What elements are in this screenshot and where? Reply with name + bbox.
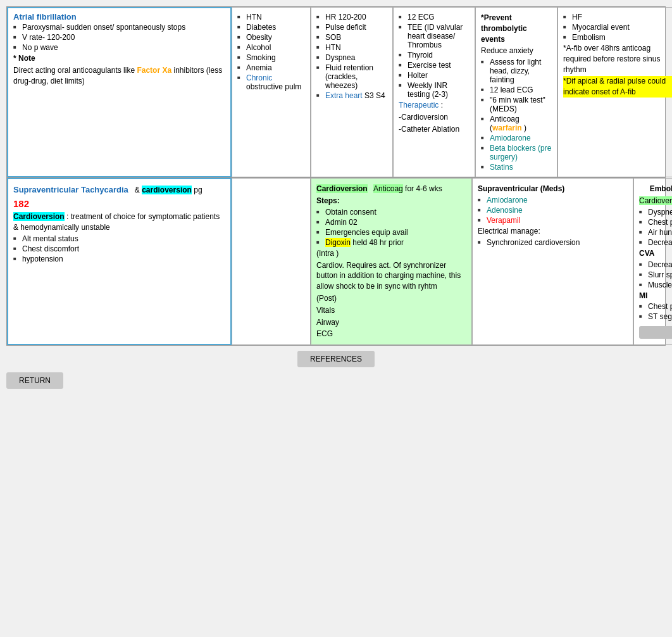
anticoag-label: Anticoag (373, 184, 403, 193)
ecg-text: ECG (316, 329, 466, 339)
beta-blockers-text: Beta blockers (pre surgery) (490, 144, 551, 161)
svt-cardio-text: Cardioversion : treatment of choice for … (13, 211, 225, 233)
svt-adenosine: Adenosine (478, 206, 628, 215)
emb-dyspnea: Dyspnea (639, 208, 672, 217)
references-bar[interactable]: REFERENCES (297, 351, 375, 367)
symptoms-list: HR 120-200 Pulse deficit SOB HTN Dyspnea… (316, 13, 387, 100)
svt-title: Supraventricular Tachycardia (13, 185, 128, 194)
svt-amio: Amiodarone (478, 196, 628, 205)
cardiov-text: Cardiov. Requires act. Of synchronizer b… (316, 260, 466, 292)
mgmt-assess: Assess for light head, dizzy, fainting (481, 58, 552, 84)
svt-alt: Alt mental status (13, 234, 225, 243)
cva-slurr: Slurr speech (639, 270, 672, 279)
svt-verapamil: Verapamil (478, 216, 628, 225)
svt-meds-title: Supraventricular (Meds) (478, 184, 628, 194)
steps-list: Obtain consent Admin 02 Emergencies equi… (316, 208, 466, 247)
amiodarone-text-1: Amiodarone (490, 134, 531, 142)
mgmt-amio: Amiodarone (481, 134, 552, 142)
intra-text: (Intra ) (316, 248, 466, 259)
return-label: RETURN (19, 376, 51, 385)
mi-list: Chest pain ST segment depression/ (639, 302, 672, 321)
statins-text: Statins (490, 163, 513, 172)
cardioversion-highlight: cardioversion (142, 186, 192, 194)
cardioversion-label-bottom: Cardioversion (13, 212, 65, 221)
cardioversion-title: Cardioversion (316, 184, 368, 193)
embolism-header: Embolism (639, 184, 672, 194)
digoxin-highlight: Digoxin (325, 238, 351, 247)
risk-factors-cell: HTN Diabetes Obesity Alcohol Smoking Ane… (232, 7, 311, 177)
diag-thyroid: Thyroid (399, 51, 470, 60)
risk-alcohol: Alcohol (237, 43, 305, 52)
sym-hr: HR 120-200 (316, 13, 387, 22)
cardio-header: Cardioversion Anticoag for 4-6 wks (316, 184, 466, 194)
mgmt-walk: "6 min walk test" (MEDS) (481, 96, 552, 113)
afib-list: Paroxysmal- sudden onset/ spontaneously … (13, 23, 225, 52)
risk-htn: HTN (237, 13, 305, 22)
cardio-clots: Cardioversion can dislodge clots (639, 196, 672, 206)
steps-label: Steps: (316, 196, 466, 206)
svt-meds-cell: Supraventricular (Meds) Amiodarone Adeno… (472, 178, 633, 345)
comp-embolism: Embolism (563, 33, 672, 42)
complications-list: HF Myocardial event Embolism (563, 13, 672, 42)
adenosine-text: Adenosine (487, 206, 523, 215)
post-text: (Post) (316, 293, 466, 304)
symptoms-cell: HR 120-200 Pulse deficit SOB HTN Dyspnea… (311, 7, 393, 177)
risk-smoking: Smoking (237, 53, 305, 62)
sym-pulse: Pulse deficit (316, 23, 387, 32)
complications-cell: HF Myocardial event Embolism *A-fib over… (557, 7, 672, 177)
emb-air: Air hunger (639, 228, 672, 237)
afib-cell: Atrial fibrillation Paroxysmal- sudden o… (7, 7, 232, 177)
svt-hypotension: hypotension (13, 255, 225, 263)
svt-title-line: Supraventricular Tachycardia & cardiover… (13, 184, 225, 196)
mi-label: MI (639, 291, 672, 301)
management-list: Assess for light head, dizzy, fainting 1… (481, 58, 552, 172)
emb-decrease-sa: Decrease sa02 (639, 238, 672, 247)
electrical-list: Synchronized cardioversion (478, 238, 628, 247)
cva-muscle: Muscle weakness/ paraylsis (639, 281, 672, 289)
cardioversion-clots: Cardioversion (639, 196, 672, 205)
amiodarone-svt: Amiodarone (487, 196, 528, 205)
diag-holter: Holter (399, 71, 470, 80)
sym-sob: SOB (316, 33, 387, 42)
empty-cell (232, 178, 311, 345)
pg-number: 182 (13, 197, 225, 210)
sym-dyspnea: Dyspnea (316, 53, 387, 62)
emb-chest: Chest pain (639, 218, 672, 227)
complications-bottom-cell: Embolism Cardioversion can dislodge clot… (633, 178, 672, 345)
risk-obesity: Obesity (237, 33, 305, 42)
afib-highlight: *Dif apical & radial pulse could indicat… (563, 76, 672, 98)
svt-list: Alt mental status Chest discomfort hypot… (13, 234, 225, 263)
diag-tee: TEE (ID valvular heart disease/ Thrombus (399, 23, 470, 49)
main-container: Atrial fibrillation Paroxysmal- sudden o… (6, 6, 666, 389)
afib-note2: *A-fib over 48hrs anticoag required befo… (563, 43, 672, 75)
mgmt-beta: Beta blockers (pre surgery) (481, 144, 552, 161)
cva-list: Decrease conscious Slurr speech Muscle w… (639, 260, 672, 289)
mi-watermark (639, 326, 672, 339)
bottom-grid: Supraventricular Tachycardia & cardiover… (6, 178, 666, 346)
return-bar-container: RETURN (6, 372, 666, 389)
diag-ecg: 12 ECG (399, 13, 470, 22)
electrical-text: Electrical manage: (478, 226, 628, 237)
afib-note: * Note (13, 53, 225, 64)
top-grid: Atrial fibrillation Paroxysmal- sudden o… (6, 6, 666, 178)
vitals-text: Vitals (316, 305, 466, 316)
risk-chronic: Chronic obstructive pulm (237, 73, 305, 91)
mi-chest: Chest pain (639, 302, 672, 311)
mgmt-ecg: 12 lead ECG (481, 85, 552, 94)
prevent-text: *Prevent thrombolytic events (481, 13, 552, 44)
reduce-text: Reduce anxiety (481, 46, 552, 56)
diagnostics-cell: 12 ECG TEE (ID valvular heart disease/ T… (393, 7, 475, 177)
mgmt-statins: Statins (481, 163, 552, 172)
step-consent: Obtain consent (316, 208, 466, 217)
risk-list: HTN Diabetes Obesity Alcohol Smoking Ane… (237, 13, 305, 91)
cva-label: CVA (639, 248, 672, 259)
return-bar[interactable]: RETURN (6, 372, 63, 389)
afib-item-3: No p wave (13, 43, 225, 52)
airway-text: Airway (316, 317, 466, 328)
diag-exercise: Exercise test (399, 61, 470, 70)
comp-hf: HF (563, 13, 672, 22)
step-admin: Admin 02 (316, 218, 466, 227)
svt-meds-list: Amiodarone Adenosine Verapamil (478, 196, 628, 225)
for-weeks: for 4-6 wks (405, 184, 442, 193)
afib-item-1: Paroxysmal- sudden onset/ spontaneously … (13, 23, 225, 32)
